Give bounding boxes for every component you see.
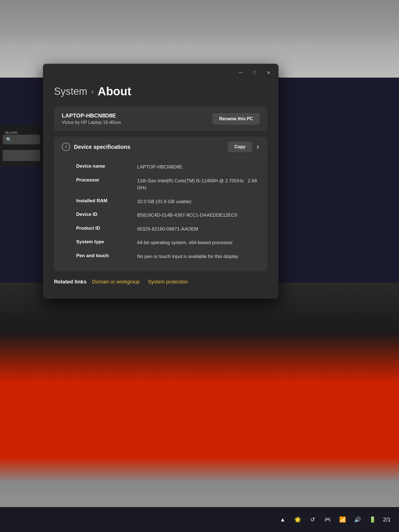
specs-header: i Device specifications Copy ∧ bbox=[54, 137, 267, 157]
specs-card: i Device specifications Copy ∧ Device na… bbox=[54, 137, 267, 271]
window-content: System › About LAPTOP-HBCN8D8E Victus by… bbox=[43, 79, 278, 299]
collapse-icon[interactable]: ∧ bbox=[256, 144, 260, 150]
bg-car-photo bbox=[0, 283, 399, 532]
device-model: Victus by HP Laptop 16-d0xxx bbox=[62, 120, 121, 125]
specs-section-title: Device specifications bbox=[74, 144, 130, 150]
spec-row-device-id: Device ID B5819C4D-014B-4367-9CC1-DAAEDD… bbox=[76, 208, 260, 222]
rename-pc-button[interactable]: Rename this PC bbox=[213, 113, 260, 125]
taskbar-icon-notification[interactable]: ▲ bbox=[278, 515, 288, 525]
system-about-window: — □ ✕ System › About LAPTOP-HBCN8D8E Vic… bbox=[43, 64, 278, 299]
spec-value-product-id: 00325-82180-09871-AAOEM bbox=[137, 226, 260, 233]
spec-value-pen-touch: No pen or touch input is available for t… bbox=[137, 253, 260, 260]
spec-row-ram: Installed RAM 32.0 GB (31.6 GB usable) bbox=[76, 195, 260, 209]
spec-label-ram: Installed RAM bbox=[76, 198, 126, 205]
maximize-button[interactable]: □ bbox=[250, 68, 259, 77]
title-bar: — □ ✕ bbox=[43, 64, 278, 79]
related-link-protection[interactable]: System protection bbox=[148, 279, 188, 285]
device-hostname: LAPTOP-HBCN8D8E bbox=[62, 112, 121, 119]
device-name-card: LAPTOP-HBCN8D8E Victus by HP Laptop 16-d… bbox=[54, 106, 267, 131]
taskbar-icon-gamepad[interactable]: 🎮 bbox=[323, 515, 332, 525]
spec-label-pen-touch: Pen and touch bbox=[76, 253, 126, 260]
spec-row-processor: Processor 11th Gen Intel(R) Core(TM) i5-… bbox=[76, 174, 260, 195]
spec-value-ram: 32.0 GB (31.6 GB usable) bbox=[137, 198, 260, 205]
taskbar-icon-volume[interactable]: 🔊 bbox=[352, 515, 362, 525]
taskbar-icons: ▲ 🌟 ↺ 🎮 📶 🔊 🔋 bbox=[278, 515, 377, 525]
breadcrumb-about: About bbox=[98, 85, 131, 98]
spec-row-system-type: System type 64-bit operating system, x64… bbox=[76, 236, 260, 250]
related-links-section: Related links Domain or workgroup System… bbox=[54, 271, 267, 288]
taskbar-icon-wifi[interactable]: 📶 bbox=[337, 515, 347, 525]
info-icon: i bbox=[62, 143, 70, 151]
spec-label-device-id: Device ID bbox=[76, 212, 126, 219]
breadcrumb-system: System bbox=[54, 86, 87, 97]
spec-label-processor: Processor bbox=[76, 177, 126, 191]
copy-button[interactable]: Copy bbox=[228, 142, 252, 152]
sidebar-url: ok.com bbox=[3, 130, 40, 135]
close-button[interactable]: ✕ bbox=[264, 68, 273, 77]
search-icon: 🔍 bbox=[6, 137, 12, 142]
spec-value-system-type: 64-bit operating system, x64-based proce… bbox=[137, 239, 260, 246]
taskbar: ▲ 🌟 ↺ 🎮 📶 🔊 🔋 2/1 bbox=[0, 507, 399, 532]
taskbar-time[interactable]: 2/1 bbox=[383, 516, 391, 523]
sidebar-search-bar[interactable]: 🔍 bbox=[3, 135, 40, 144]
info-icon-symbol: i bbox=[65, 144, 66, 149]
device-card-info: LAPTOP-HBCN8D8E Victus by HP Laptop 16-d… bbox=[62, 112, 121, 125]
spec-value-processor: 11th Gen Intel(R) Core(TM) i5-11400H @ 2… bbox=[137, 177, 260, 191]
breadcrumb-chevron: › bbox=[91, 87, 94, 96]
spec-value-device-id: B5819C4D-014B-4367-9CC1-DAAEDDE12EC0 bbox=[137, 212, 260, 219]
spec-label-device-name: Device name bbox=[76, 163, 126, 171]
spec-row-product-id: Product ID 00325-82180-09871-AAOEM bbox=[76, 222, 260, 236]
specs-header-left: i Device specifications bbox=[62, 143, 130, 151]
spec-label-system-type: System type bbox=[76, 239, 126, 246]
left-sidebar-partial: ok.com 🔍 bbox=[0, 125, 43, 167]
spec-value-device-name: LAPTOP-HBCN8D8E bbox=[137, 163, 260, 171]
sidebar-item-bar bbox=[3, 150, 40, 161]
minimize-button[interactable]: — bbox=[236, 68, 245, 77]
related-link-domain[interactable]: Domain or workgroup bbox=[92, 279, 140, 285]
spec-label-product-id: Product ID bbox=[76, 226, 126, 233]
specs-header-right: Copy ∧ bbox=[228, 142, 260, 152]
specs-table: Device name LAPTOP-HBCN8D8E Processor 11… bbox=[54, 157, 267, 271]
taskbar-icon-refresh[interactable]: ↺ bbox=[308, 515, 318, 525]
page-title-area: System › About bbox=[54, 85, 267, 98]
taskbar-icon-star[interactable]: 🌟 bbox=[293, 515, 303, 525]
spec-row-pen-touch: Pen and touch No pen or touch input is a… bbox=[76, 250, 260, 264]
related-links-label: Related links bbox=[54, 279, 86, 285]
spec-row-device-name: Device name LAPTOP-HBCN8D8E bbox=[76, 160, 260, 174]
taskbar-icon-battery[interactable]: 🔋 bbox=[367, 515, 377, 525]
